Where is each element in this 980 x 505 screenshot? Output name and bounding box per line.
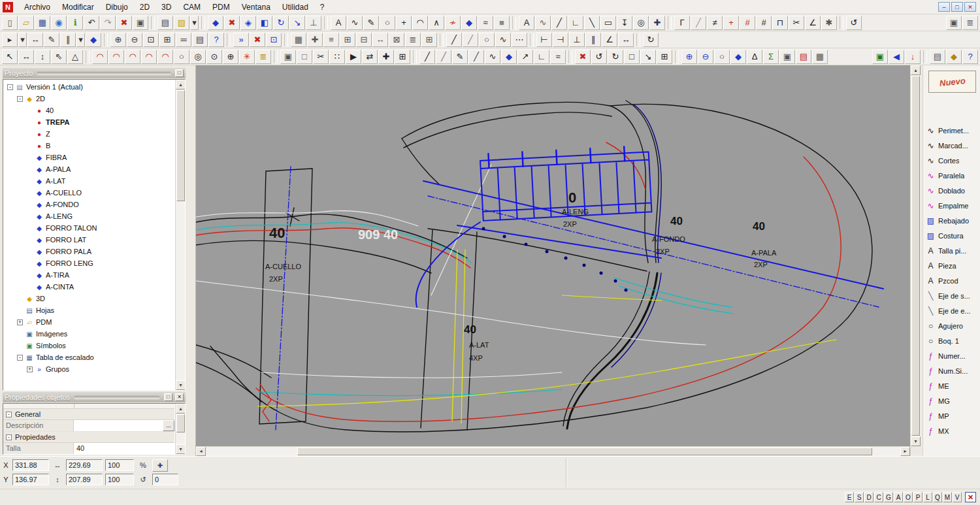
approx-button[interactable]: ≈ xyxy=(550,50,566,64)
panel-float-button[interactable]: □ xyxy=(164,393,172,401)
move-point-button[interactable]: ✚ xyxy=(649,16,665,30)
menu-item-dibujo[interactable]: Dibujo xyxy=(100,1,134,14)
polyline-tool-button[interactable]: ∧ xyxy=(429,16,444,30)
perpendicular-button[interactable]: ⊥ xyxy=(569,33,585,47)
arc-tangent-button[interactable]: ◠ xyxy=(108,50,124,64)
edit-points-button[interactable]: ✎ xyxy=(44,33,59,47)
tree-expand-toggle[interactable]: + xyxy=(27,367,33,372)
speaker-button[interactable]: ◀ xyxy=(889,50,904,64)
segment-button[interactable]: ╱ xyxy=(551,16,567,30)
arc-tool-button[interactable]: ◠ xyxy=(412,16,428,30)
mini-window-button[interactable]: ▣ xyxy=(946,16,962,30)
scroll-thumb[interactable] xyxy=(176,90,185,201)
reset-button[interactable]: ↺ xyxy=(846,16,862,30)
fill-dropdown-button[interactable]: ▾ xyxy=(190,16,199,30)
tool-num-si[interactable]: ƒNum.Si... xyxy=(923,363,980,378)
line3-button[interactable]: ╱ xyxy=(463,33,478,47)
angle2-button[interactable]: ∠ xyxy=(602,33,617,47)
arc-sweep-button[interactable]: ◠ xyxy=(157,50,173,64)
property-value[interactable] xyxy=(74,420,163,431)
zoom-window-button[interactable]: ⊡ xyxy=(143,33,159,47)
menu-item-pdm[interactable]: PDM xyxy=(206,1,236,14)
delete-button[interactable]: ✖ xyxy=(116,16,132,30)
circle-point-button[interactable]: ⊙ xyxy=(206,50,222,64)
move-piece-button[interactable]: ◆ xyxy=(208,16,223,30)
circle-tool-button[interactable]: ○ xyxy=(380,16,395,30)
rows-button[interactable]: ≡ xyxy=(323,33,339,47)
hscroll-thumb[interactable] xyxy=(297,448,872,455)
cut-button[interactable]: ✂ xyxy=(313,50,329,64)
vdim-button[interactable]: ↕ xyxy=(35,50,50,64)
balance-button[interactable]: ⊥ xyxy=(306,16,321,30)
dots-button[interactable]: ⋯ xyxy=(512,33,527,47)
grid-button[interactable]: ▦ xyxy=(291,33,306,47)
save-button[interactable]: ▦ xyxy=(35,16,50,30)
tree-item-3d[interactable]: ◆3D xyxy=(5,293,174,304)
frame-button[interactable]: Γ xyxy=(674,16,690,30)
tree-item-forro-leng[interactable]: ◆FORRO LENG xyxy=(5,257,174,269)
wave2-button[interactable]: ∿ xyxy=(495,33,511,47)
copy-button[interactable]: ▣ xyxy=(133,16,148,30)
hatch-button[interactable]: ≠ xyxy=(707,16,723,30)
pointer-plus-button[interactable]: ⇖ xyxy=(51,50,67,64)
tree-item-versi-n-1-actual[interactable]: -▤Versión 1 (Actual) xyxy=(5,81,174,93)
rotate-piece-button[interactable]: ↻ xyxy=(273,16,289,30)
corner2-button[interactable]: ∟ xyxy=(534,50,549,64)
red-hash-button[interactable]: # xyxy=(740,16,755,30)
tree-item-a-tira[interactable]: ◆A-TIRA xyxy=(5,269,174,281)
image-button[interactable]: ▣ xyxy=(872,50,888,64)
wave3-button[interactable]: ∿ xyxy=(485,50,500,64)
scissors-button[interactable]: ✂ xyxy=(789,16,804,30)
panel-close-button[interactable]: ✕ xyxy=(175,393,184,401)
mini-list-button[interactable]: ≣ xyxy=(962,16,978,30)
zoom3-in-button[interactable]: ⊕ xyxy=(681,50,697,64)
y-input[interactable] xyxy=(12,474,49,485)
arrow-ne-button[interactable]: ↗ xyxy=(517,50,533,64)
menu-item-utilidad[interactable]: Utilidad xyxy=(276,1,314,14)
circle2-button[interactable]: ○ xyxy=(479,33,495,47)
monitor-button[interactable]: ▤ xyxy=(796,50,811,64)
hdim-button[interactable]: ↔ xyxy=(18,50,34,64)
scroll-left-button[interactable]: ◂ xyxy=(196,447,206,456)
tree-item-pdm[interactable]: +▱PDM xyxy=(5,316,174,328)
points-button[interactable]: ∷ xyxy=(329,50,345,64)
remove-piece-button[interactable]: ✖ xyxy=(250,33,265,47)
section-collapse-toggle[interactable]: - xyxy=(6,434,12,440)
tree-expand-toggle[interactable]: - xyxy=(7,84,13,90)
web-button[interactable]: ◉ xyxy=(51,16,67,30)
piece-tool-button[interactable]: ◆ xyxy=(461,16,477,30)
vscroll-thumb[interactable] xyxy=(911,76,920,436)
property-section-general[interactable]: -General xyxy=(3,409,174,420)
zoom-in-button[interactable]: ⊕ xyxy=(110,33,126,47)
diamond4-button[interactable]: ◆ xyxy=(730,50,746,64)
seg3-button[interactable]: ╱ xyxy=(468,50,484,64)
help-button[interactable]: ? xyxy=(208,33,224,47)
corner-button[interactable]: ∟ xyxy=(568,16,583,30)
scroll-up-button[interactable]: ▴ xyxy=(911,65,921,75)
rotate-left2-button[interactable]: ↺ xyxy=(591,50,607,64)
tool-rebajado[interactable]: ▨Rebajado xyxy=(923,213,980,228)
panel-float-button[interactable]: □ xyxy=(175,69,184,77)
maximize-button[interactable]: □ xyxy=(951,2,963,12)
palette-button[interactable]: ◆ xyxy=(946,50,962,64)
tool-mg[interactable]: ƒMG xyxy=(923,393,980,408)
canvas-vscrollbar[interactable]: ▴ ▾ xyxy=(910,65,921,456)
angle-button[interactable]: ∠ xyxy=(805,16,821,30)
pin-button[interactable]: ↧ xyxy=(617,16,632,30)
tree-item-tabla-de-escalado[interactable]: -▦Tabla de escalado xyxy=(5,351,174,363)
mode-button-o[interactable]: O xyxy=(904,492,913,502)
line-width-button[interactable]: ∥ xyxy=(60,33,76,47)
tree-expand-toggle[interactable]: + xyxy=(17,319,23,325)
tree-item-2d[interactable]: -◆2D xyxy=(5,93,174,105)
scroll-right-button[interactable]: ▸ xyxy=(900,447,910,456)
array-button[interactable]: ⊞ xyxy=(395,50,410,64)
play-button[interactable]: ▶ xyxy=(346,50,361,64)
height-input[interactable] xyxy=(66,474,103,485)
select-button[interactable]: ▸ xyxy=(2,33,18,47)
property-value[interactable]: 40 xyxy=(74,443,174,454)
notch-button[interactable]: ⊓ xyxy=(772,16,788,30)
zoom-out-button[interactable]: ⊖ xyxy=(127,33,142,47)
scroll-up-button[interactable]: ▴ xyxy=(176,80,186,90)
duplicate-piece-button[interactable]: ◈ xyxy=(240,16,256,30)
property-ellipsis-button[interactable]: ... xyxy=(163,420,174,431)
